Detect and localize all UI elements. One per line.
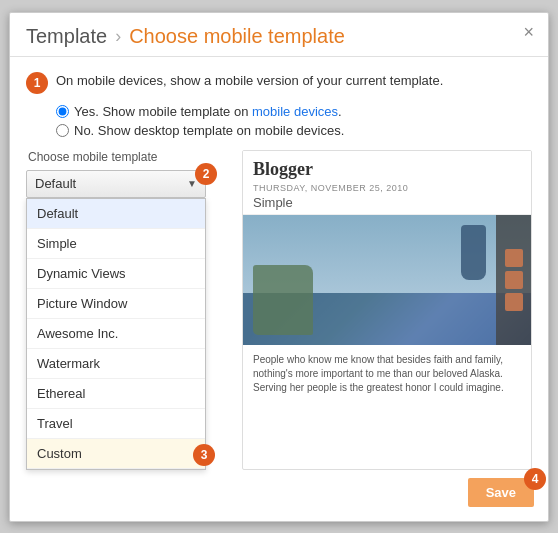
radio-yes[interactable] [56,105,69,118]
save-button-wrapper: Save 4 [468,478,534,507]
preview-date: THURSDAY, NOVEMBER 25, 2010 [253,183,521,193]
preview-body-text: People who know me know that besides fai… [243,345,531,403]
step3-badge: 3 [193,444,215,466]
preview-blogger-title: Blogger [253,159,521,180]
bottle-layer [461,225,486,280]
radio-no[interactable] [56,124,69,137]
radio-yes-label: Yes. Show mobile template on mobile devi… [74,104,342,119]
list-item[interactable]: Awesome Inc. [27,319,205,349]
mobile-devices-link[interactable]: mobile devices [252,104,338,119]
step2-badge: 2 [195,163,217,185]
left-panel: Choose mobile template Default ▼ 2 Defau… [26,150,226,470]
list-item[interactable]: Ethereal [27,379,205,409]
list-item[interactable]: Simple [27,229,205,259]
close-button[interactable]: × [523,23,534,41]
list-item[interactable]: Picture Window [27,289,205,319]
dialog-header: Template › Choose mobile template × [10,13,548,57]
breadcrumb-chevron: › [115,26,121,47]
image-overlay [496,215,531,345]
step1-badge: 1 [26,72,48,94]
icon-dot-1 [505,249,523,267]
dropdown-value: Default [35,176,76,191]
cliff-layer [253,265,313,335]
icon-dot-3 [505,293,523,311]
dialog-subtitle: Choose mobile template [129,25,345,48]
icon-dot-2 [505,271,523,289]
step4-badge: 4 [524,468,546,490]
dropdown-wrapper: Default ▼ 2 Default Simple Dynamic Views… [26,170,226,198]
list-item-custom[interactable]: Custom 3 [27,439,205,469]
radio-no-row: No. Show desktop template on mobile devi… [56,123,532,138]
preview-panel: Blogger THURSDAY, NOVEMBER 25, 2010 Simp… [242,150,532,470]
preview-image [243,215,531,345]
page-title: Template [26,25,107,48]
content-area: Choose mobile template Default ▼ 2 Defau… [26,150,532,470]
radio-yes-row: Yes. Show mobile template on mobile devi… [56,104,532,119]
list-item[interactable]: Default [27,199,205,229]
dropdown-menu: Default Simple Dynamic Views Picture Win… [26,198,206,470]
radio-no-label: No. Show desktop template on mobile devi… [74,123,344,138]
dialog: Template › Choose mobile template × 1 On… [9,12,549,522]
step1-description: On mobile devices, show a mobile version… [56,71,443,91]
preview-header: Blogger THURSDAY, NOVEMBER 25, 2010 Simp… [243,151,531,215]
step1-row: 1 On mobile devices, show a mobile versi… [26,71,532,94]
list-item[interactable]: Dynamic Views [27,259,205,289]
list-item[interactable]: Watermark [27,349,205,379]
template-dropdown[interactable]: Default ▼ 2 [26,170,206,198]
chevron-down-icon: ▼ [187,178,197,189]
list-item[interactable]: Travel [27,409,205,439]
preview-post-title: Simple [253,195,521,210]
radio-group: Yes. Show mobile template on mobile devi… [56,104,532,138]
choose-label: Choose mobile template [28,150,226,164]
dialog-body: 1 On mobile devices, show a mobile versi… [10,57,548,484]
